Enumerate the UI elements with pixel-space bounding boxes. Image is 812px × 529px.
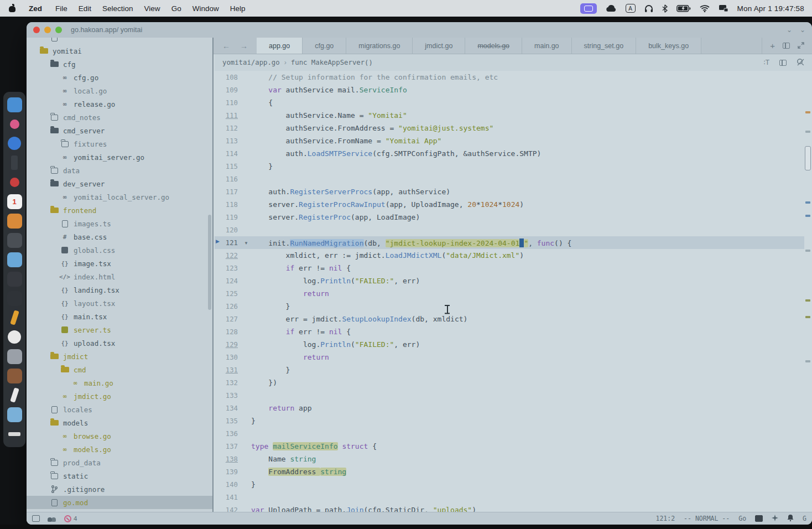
tree-item-index.html[interactable]: </>index.html — [27, 270, 212, 283]
tree-item-prod_data[interactable]: prod_data — [27, 456, 212, 469]
code-line-116[interactable]: 116 — [215, 173, 804, 185]
tree-item-cfg.go[interactable]: ∞cfg.go — [27, 71, 212, 84]
tree-item-models.go[interactable]: ∞models.go — [27, 443, 212, 456]
tree-item-go.mod[interactable]: go.mod — [27, 496, 212, 509]
tree-item-release.go[interactable]: ∞release.go — [27, 97, 212, 111]
minimize-window-button[interactable] — [44, 27, 51, 33]
tree-item-.gitignore[interactable]: .gitignore — [27, 483, 212, 496]
notifications-bell-icon[interactable] — [787, 514, 794, 523]
window-controls-icon[interactable]: ⌄ — [800, 26, 805, 34]
code-line-127[interactable]: 127 err = jmdict.SetupLookupIndex(db, xm… — [215, 313, 804, 325]
tree-item-jmdict.go[interactable]: ∞jmdict.go — [27, 390, 212, 403]
code-line-112[interactable]: 112 authService.FromAddress = "yomitai@j… — [215, 122, 804, 134]
assistant-icon[interactable] — [772, 515, 778, 523]
code-line-131[interactable]: 131 } — [215, 364, 804, 376]
headphones-icon[interactable] — [644, 3, 653, 13]
terminal-panel-icon[interactable] — [755, 515, 763, 522]
tree-item-main.tsx[interactable]: {}main.tsx — [27, 310, 212, 323]
menu-bar-clock[interactable]: Mon Apr 1 19:47:58 — [737, 4, 804, 13]
code-line-130[interactable]: 130 return — [215, 351, 804, 364]
breadcrumb-symbol[interactable]: func MakeAppServer() — [291, 59, 373, 66]
code-line-134[interactable]: 134 return app — [215, 402, 804, 414]
code-line-129[interactable]: 129 log.Println("FAILED:", err) — [215, 338, 804, 351]
code-line-120[interactable]: 120 — [215, 224, 804, 236]
tree-item-cmd_notes[interactable]: cmd_notes — [27, 111, 212, 124]
fold-chevron-icon[interactable]: ▾ — [241, 240, 251, 246]
tab-models.go[interactable]: models.go — [465, 38, 522, 54]
dock-app-icon-photos[interactable] — [6, 232, 23, 248]
dock-app-icon-code-editor[interactable] — [6, 271, 23, 287]
dock-app-icon-minimized-window[interactable] — [6, 426, 23, 442]
menu-item-view[interactable]: View — [139, 0, 166, 17]
project-diagnostics-icon[interactable] — [32, 515, 40, 522]
tab-jmdict.go[interactable]: jmdict.go — [413, 38, 465, 54]
error-count-badge[interactable]: 4 — [64, 515, 77, 522]
menu-app-name[interactable]: Zed — [23, 0, 48, 17]
project-panel-scrollbar[interactable] — [208, 215, 211, 310]
dock-app-icon-messages[interactable] — [6, 116, 23, 132]
dock-app-icon-blue-app[interactable] — [6, 406, 23, 423]
scrollbar-thumb[interactable] — [805, 146, 811, 170]
tree-item-upload.tsx[interactable]: {}upload.tsx — [27, 336, 212, 350]
tree-item-frontend[interactable]: frontend — [27, 204, 212, 217]
code-line-128[interactable]: 128 if err != nil { — [215, 325, 804, 338]
new-tab-button[interactable]: + — [770, 41, 775, 50]
dock-app-icon-app-store[interactable] — [6, 251, 23, 268]
tab-cfg.go[interactable]: cfg.go — [303, 38, 346, 54]
tree-item-global.css[interactable]: global.css — [27, 243, 212, 257]
code-line-136[interactable]: 136 — [215, 427, 804, 440]
code-line-123[interactable]: 123 if err != nil { — [215, 262, 804, 274]
code-line-137[interactable]: 137type mailServiceInfo struct { — [215, 440, 804, 453]
collab-menu-icon[interactable]: ⌄ — [787, 26, 792, 34]
dock-app-icon-chrome[interactable] — [6, 329, 23, 345]
window-title-bar[interactable]: go.hakoan.app/ yomitai ⌄ ⌄ — [27, 22, 812, 38]
code-line-141[interactable]: 141 — [215, 491, 804, 504]
tree-item-images.ts[interactable]: images.ts — [27, 217, 212, 230]
tree-item-yomitai_server.go[interactable]: ∞yomitai_server.go — [27, 151, 212, 164]
dock-app-icon-calendar[interactable]: 1 — [6, 193, 23, 210]
run-indicator-icon[interactable]: ▶ — [216, 238, 220, 244]
display-settings-icon[interactable] — [719, 3, 728, 13]
breadcrumb[interactable]: yomitai/app.go › func MakeAppServer() ∶T — [215, 54, 812, 71]
dock-app-icon-terminal[interactable] — [6, 154, 23, 171]
tree-item-yomitai[interactable]: yomitai — [27, 44, 212, 58]
code-line-114[interactable]: 114 auth.LoadSMTPService(cfg.SMTPConfigP… — [215, 147, 804, 160]
dock-app-icon-dark-app[interactable] — [6, 290, 23, 307]
code-line-138[interactable]: 138 Name string — [215, 453, 804, 465]
tree-item-layout.tsx[interactable]: {}layout.tsx — [27, 297, 212, 310]
code-line-142[interactable]: 142var UploadPath = path.Join(cfg.Static… — [215, 504, 804, 512]
collaboration-icon[interactable] — [48, 515, 56, 522]
dock-app-icon-safari[interactable] — [6, 135, 23, 152]
menu-item-window[interactable]: Window — [187, 0, 225, 17]
nav-back-button[interactable]: ← — [222, 42, 230, 50]
menu-item-edit[interactable]: Edit — [73, 0, 97, 17]
code-line-132[interactable]: 132 }) — [215, 376, 804, 389]
tree-item-locales[interactable]: locales — [27, 403, 212, 416]
language-selector[interactable]: Go — [738, 515, 746, 522]
tab-bulk_keys.go[interactable]: bulk_keys.go — [636, 38, 701, 54]
code-line-122[interactable]: 122 xmldict, err := jmdict.LoadJMdictXML… — [215, 249, 804, 262]
close-window-button[interactable] — [33, 27, 40, 33]
breadcrumb-file[interactable]: yomitai/app.go — [222, 59, 280, 66]
code-line-113[interactable]: 113 authService.FromName = "Yomitai App" — [215, 134, 804, 147]
code-line-119[interactable]: 119 server.RegisterProc(app, LoadImage) — [215, 211, 804, 224]
split-pane-icon[interactable] — [783, 43, 790, 49]
code-line-110[interactable]: 110 { — [215, 96, 804, 109]
tree-item-partial[interactable] — [27, 38, 212, 44]
code-line-133[interactable]: 133 — [215, 389, 804, 402]
bluetooth-icon[interactable] — [662, 3, 668, 13]
dock-app-icon-finder[interactable] — [6, 96, 23, 113]
tree-item-main.go[interactable]: ∞main.go — [27, 376, 212, 390]
tree-item-landing.tsx[interactable]: {}landing.tsx — [27, 283, 212, 297]
code-line-109[interactable]: 109 var authService mail.ServiceInfo — [215, 84, 804, 96]
code-line-124[interactable]: 124 log.Println("FAILED:", err) — [215, 274, 804, 287]
tree-item-image.tsx[interactable]: {}image.tsx — [27, 257, 212, 270]
code-line-111[interactable]: 111 authService.Name = "Yomitai" — [215, 109, 804, 122]
dock-app-icon-box-app[interactable] — [6, 367, 23, 384]
tree-item-cmd_server[interactable]: cmd_server — [27, 124, 212, 137]
zoom-window-button[interactable] — [55, 27, 62, 33]
nav-forward-button[interactable]: → — [240, 42, 248, 50]
apple-menu-icon[interactable] — [8, 4, 17, 13]
editor-scrollbar[interactable] — [804, 71, 812, 512]
code-line-115[interactable]: 115 } — [215, 160, 804, 173]
